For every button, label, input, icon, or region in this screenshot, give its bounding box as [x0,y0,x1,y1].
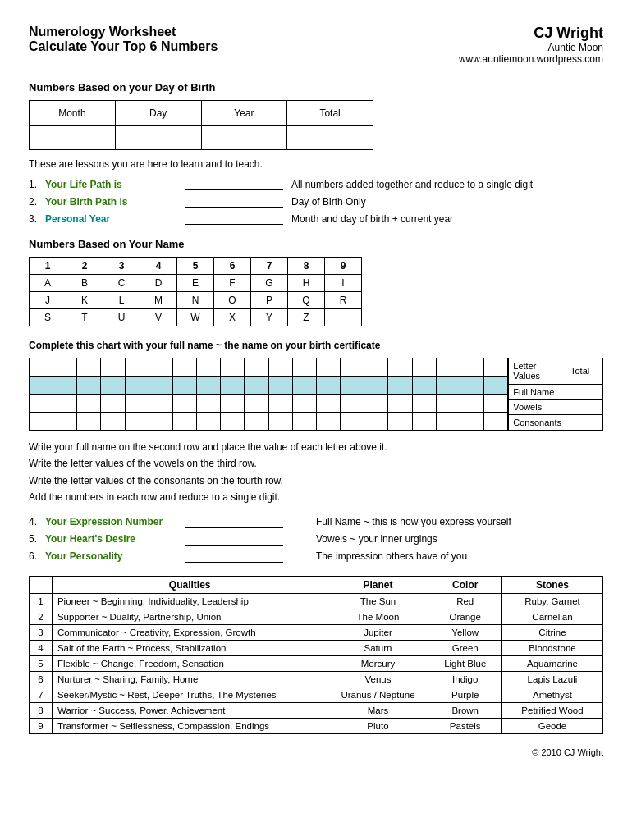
name-cell-0-19[interactable] [483,358,507,377]
name-cell-0-5[interactable] [149,358,172,377]
name-cell-1-10[interactable] [268,377,292,395]
name-cell-2-14[interactable] [364,395,388,413]
name-cell-0-14[interactable] [364,358,388,377]
name-cell-1-0[interactable] [30,377,53,395]
name-cell-3-19[interactable] [483,413,507,431]
name-cell-3-17[interactable] [436,413,460,431]
quality-cell-1-0: 2 [30,609,53,624]
quality-cell-8-2: Pluto [327,718,428,733]
birth-item-3: 3. Personal Year Month and day of birth … [29,212,603,225]
name-cell-1-1[interactable] [53,377,77,395]
name-cell-1-6[interactable] [172,377,196,395]
name-cell-3-2[interactable] [77,413,101,431]
name-cell-1-19[interactable] [483,377,507,395]
name-cell-1-12[interactable] [316,377,340,395]
name-cell-3-5[interactable] [149,413,172,431]
name-cell-1-7[interactable] [197,377,221,395]
name-cell-0-17[interactable] [436,358,460,377]
name-cell-0-10[interactable] [268,358,292,377]
birth-cell-total[interactable] [287,126,373,150]
name-cell-1-11[interactable] [292,377,316,395]
name-cell-0-13[interactable] [341,358,364,377]
item6-field[interactable] [185,550,283,563]
name-cell-2-13[interactable] [341,395,364,413]
name-cell-2-9[interactable] [245,395,268,413]
birth-cell-month[interactable] [30,126,116,150]
name-cell-2-18[interactable] [460,395,483,413]
name-cell-1-15[interactable] [388,377,412,395]
item1-field[interactable] [185,178,283,190]
name-cell-2-15[interactable] [388,395,412,413]
name-cell-3-16[interactable] [412,413,436,431]
name-cell-0-16[interactable] [412,358,436,377]
birth-cell-year[interactable] [201,126,287,150]
name-cell-3-1[interactable] [53,413,77,431]
name-cell-0-4[interactable] [125,358,149,377]
name-cell-0-18[interactable] [460,358,483,377]
name-cell-1-9[interactable] [245,377,268,395]
name-cell-0-7[interactable] [197,358,221,377]
name-cell-3-11[interactable] [292,413,316,431]
name-cell-2-8[interactable] [221,395,245,413]
name-cell-1-2[interactable] [77,377,101,395]
name-cell-0-15[interactable] [388,358,412,377]
name-cell-1-4[interactable] [125,377,149,395]
name-cell-3-7[interactable] [197,413,221,431]
quality-row-3: 4Salt of the Earth ~ Process, Stabilizat… [30,640,603,655]
name-cell-2-19[interactable] [483,395,507,413]
name-cell-2-12[interactable] [316,395,340,413]
name-cell-1-14[interactable] [364,377,388,395]
name-cell-2-1[interactable] [53,395,77,413]
name-cell-3-14[interactable] [364,413,388,431]
name-cell-0-6[interactable] [172,358,196,377]
name-cell-3-6[interactable] [172,413,196,431]
name-cell-2-2[interactable] [77,395,101,413]
birth-cell-day[interactable] [115,126,201,150]
name-cell-2-11[interactable] [292,395,316,413]
name-cell-1-5[interactable] [149,377,172,395]
name-cell-2-6[interactable] [172,395,196,413]
name-cell-2-4[interactable] [125,395,149,413]
name-cell-0-2[interactable] [77,358,101,377]
item3-field[interactable] [185,212,283,225]
name-cell-2-16[interactable] [412,395,436,413]
total-fullname[interactable] [566,384,603,399]
name-cell-3-10[interactable] [268,413,292,431]
name-item-5: 5. Your Heart's Desire Vowels ~ your inn… [29,533,603,546]
name-cell-0-12[interactable] [316,358,340,377]
name-cell-2-0[interactable] [30,395,53,413]
letter-num-2: 2 [66,258,103,275]
name-cell-3-15[interactable] [388,413,412,431]
name-cell-1-8[interactable] [221,377,245,395]
total-consonants[interactable] [566,415,603,431]
name-cell-2-5[interactable] [149,395,172,413]
name-cell-2-10[interactable] [268,395,292,413]
total-vowels[interactable] [566,399,603,415]
name-cell-1-3[interactable] [101,377,125,395]
name-cell-0-3[interactable] [101,358,125,377]
name-cell-3-13[interactable] [341,413,364,431]
name-cell-1-17[interactable] [436,377,460,395]
name-cell-3-3[interactable] [101,413,125,431]
name-cell-3-8[interactable] [221,413,245,431]
name-cell-2-7[interactable] [197,395,221,413]
name-cell-3-4[interactable] [125,413,149,431]
name-cell-3-18[interactable] [460,413,483,431]
name-cell-2-3[interactable] [101,395,125,413]
item4-field[interactable] [185,516,283,528]
name-cell-1-13[interactable] [341,377,364,395]
name-cell-3-12[interactable] [316,413,340,431]
name-cell-1-18[interactable] [460,377,483,395]
item5-field[interactable] [185,533,283,546]
name-cell-0-9[interactable] [245,358,268,377]
name-cell-0-0[interactable] [30,358,53,377]
item4-num: 4. [29,516,45,527]
name-cell-0-8[interactable] [221,358,245,377]
name-cell-0-11[interactable] [292,358,316,377]
name-cell-1-16[interactable] [412,377,436,395]
item2-field[interactable] [185,195,283,208]
name-cell-3-9[interactable] [245,413,268,431]
name-cell-0-1[interactable] [53,358,77,377]
name-cell-2-17[interactable] [436,395,460,413]
name-cell-3-0[interactable] [30,413,53,431]
